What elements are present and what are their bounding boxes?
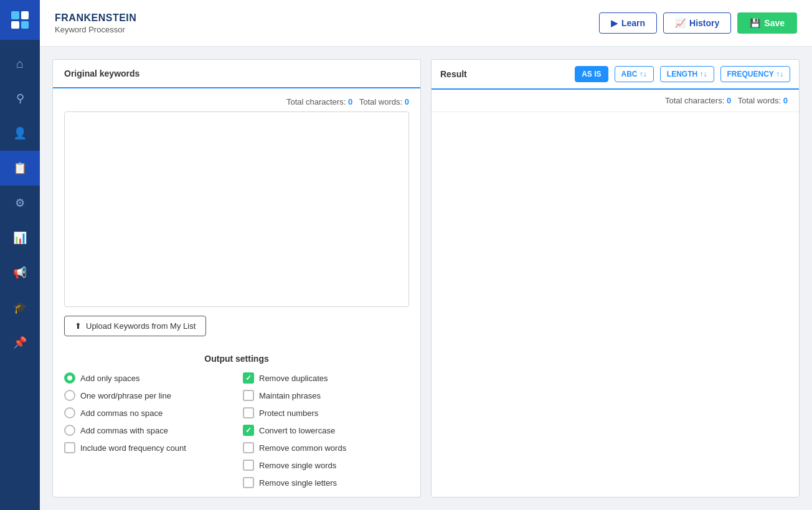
setting-maintain-phrases[interactable]: Maintain phrases: [243, 390, 409, 401]
history-icon: 📈: [675, 18, 686, 28]
sidebar-item-settings[interactable]: ⚙: [0, 186, 40, 220]
graduation-icon: 🎓: [13, 301, 27, 314]
setting-add-only-spaces[interactable]: Add only spaces: [64, 372, 230, 384]
app-name: FRANKENSTEIN: [55, 12, 136, 24]
home-icon: ⌂: [16, 57, 24, 71]
checkbox-include-word-frequency[interactable]: [64, 442, 75, 453]
checkbox-remove-common-words[interactable]: [243, 442, 254, 453]
header-title-block: FRANKENSTEIN Keyword Processor: [55, 12, 136, 34]
sidebar-item-search[interactable]: ⚲: [0, 81, 40, 116]
sidebar-item-home[interactable]: ⌂: [0, 46, 40, 81]
document-icon: 📋: [13, 161, 27, 175]
left-panel: Original keywords Total characters: 0 To…: [52, 59, 421, 498]
setting-protect-numbers[interactable]: Protect numbers: [243, 407, 409, 418]
radio-add-commas-no-space[interactable]: [64, 407, 75, 418]
setting-include-word-frequency[interactable]: Include word frequency count: [64, 442, 230, 453]
output-settings-title: Output settings: [64, 354, 409, 364]
checkbox-remove-single-words[interactable]: [243, 460, 254, 471]
sort-frequency-button[interactable]: FREQUENCY ↑↓: [720, 66, 790, 82]
keywords-textarea[interactable]: [64, 111, 409, 307]
radio-one-word-per-line[interactable]: [64, 390, 75, 401]
logo[interactable]: [0, 0, 40, 40]
upload-icon: ⬆: [75, 321, 82, 331]
right-panel: Result AS IS ABC ↑↓ LENGTH ↑↓ FREQUENCY …: [431, 59, 800, 498]
video-icon: ▶: [611, 18, 618, 28]
radio-add-commas-with-space[interactable]: [64, 425, 75, 436]
save-icon: 💾: [750, 18, 760, 28]
header: FRANKENSTEIN Keyword Processor ▶ Learn 📈…: [40, 0, 812, 47]
learn-button[interactable]: ▶ Learn: [599, 12, 657, 34]
header-actions: ▶ Learn 📈 History 💾 Save: [599, 12, 797, 34]
sidebar-item-graduation[interactable]: 🎓: [0, 290, 40, 325]
main-area: FRANKENSTEIN Keyword Processor ▶ Learn 📈…: [40, 0, 812, 510]
users-icon: 👤: [13, 126, 27, 140]
setting-convert-to-lowercase[interactable]: Convert to lowercase: [243, 425, 409, 436]
left-panel-body: Total characters: 0 Total words: 0 ⬆ Upl…: [53, 88, 420, 345]
app-subtitle: Keyword Processor: [55, 25, 136, 34]
sort-abc-button[interactable]: ABC ↑↓: [615, 66, 654, 82]
checkbox-convert-to-lowercase[interactable]: [243, 425, 254, 436]
sidebar-item-chart[interactable]: 📊: [0, 220, 40, 255]
left-char-count-row: Total characters: 0 Total words: 0: [64, 97, 409, 106]
right-panel-header: Result AS IS ABC ↑↓ LENGTH ↑↓ FREQUENCY …: [432, 60, 799, 90]
sort-as-is-button[interactable]: AS IS: [575, 66, 608, 82]
checkbox-remove-duplicates[interactable]: [243, 372, 254, 384]
binoculars-icon: ⚲: [16, 92, 24, 105]
sidebar-item-document[interactable]: 📋: [0, 151, 40, 186]
sort-length-button[interactable]: LENGTH ↑↓: [660, 66, 714, 82]
checkbox-maintain-phrases[interactable]: [243, 390, 254, 401]
setting-remove-single-words[interactable]: Remove single words: [243, 460, 409, 471]
setting-one-word-per-line[interactable]: One word/phrase per line: [64, 390, 230, 401]
history-button[interactable]: 📈 History: [663, 12, 731, 34]
setting-add-commas-with-space[interactable]: Add commas with space: [64, 425, 230, 436]
checkbox-remove-single-letters[interactable]: [243, 477, 254, 488]
right-char-count-row: Total characters: 0 Total words: 0: [432, 90, 799, 112]
sidebar: ⌂ ⚲ 👤 📋 ⚙ 📊 📢 🎓 📌: [0, 0, 40, 510]
settings-icon: ⚙: [15, 196, 25, 210]
output-settings: Output settings Add only spaces One word…: [53, 345, 420, 497]
megaphone-icon: 📢: [13, 266, 27, 280]
content-area: Original keywords Total characters: 0 To…: [40, 47, 812, 510]
setting-remove-common-words[interactable]: Remove common words: [243, 442, 409, 453]
setting-remove-single-letters[interactable]: Remove single letters: [243, 477, 409, 488]
radio-add-only-spaces[interactable]: [64, 372, 75, 384]
pin-icon: 📌: [13, 336, 27, 349]
setting-remove-duplicates[interactable]: Remove duplicates: [243, 372, 409, 384]
chart-icon: 📊: [13, 231, 27, 245]
left-panel-header: Original keywords: [53, 60, 420, 88]
sidebar-item-megaphone[interactable]: 📢: [0, 255, 40, 290]
checkbox-protect-numbers[interactable]: [243, 407, 254, 418]
setting-add-commas-no-space[interactable]: Add commas no space: [64, 407, 230, 418]
settings-grid: Add only spaces One word/phrase per line…: [64, 372, 409, 488]
sidebar-item-users[interactable]: 👤: [0, 116, 40, 151]
sidebar-item-pin[interactable]: 📌: [0, 325, 40, 360]
right-panel-title: Result: [440, 69, 569, 79]
save-button[interactable]: 💾 Save: [737, 12, 797, 34]
upload-keywords-button[interactable]: ⬆ Upload Keywords from My List: [64, 316, 206, 336]
result-area: [432, 112, 799, 497]
